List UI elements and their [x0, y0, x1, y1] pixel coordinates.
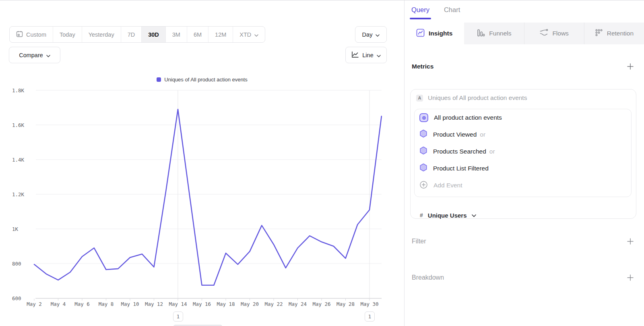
hexagon-icon	[419, 146, 427, 157]
svg-text:May 10: May 10	[121, 301, 139, 307]
svg-text:800: 800	[12, 261, 21, 267]
svg-text:May 14: May 14	[169, 301, 187, 307]
svg-text:May 2: May 2	[27, 301, 42, 307]
add-breakdown-button[interactable]	[626, 274, 634, 282]
metrics-section-header: Metrics	[412, 62, 634, 71]
report-type-tabs: Insights Funnels	[405, 23, 644, 44]
metric-card: A Uniques of All product action events A…	[410, 89, 636, 219]
insights-icon	[416, 29, 425, 39]
tab-query[interactable]: Query	[411, 6, 429, 19]
series-title: Uniques of All product action events	[428, 94, 527, 102]
plus-circle-icon	[419, 181, 428, 191]
tab-insights[interactable]: Insights	[405, 23, 464, 44]
insights-report-window: Custom Today Yesterday 7D 30D 3M 6M 12M …	[0, 0, 644, 326]
svg-text:May 20: May 20	[241, 301, 259, 307]
tab-label: Funnels	[489, 30, 511, 37]
svg-text:May 22: May 22	[264, 301, 283, 307]
svg-text:May 30: May 30	[360, 301, 378, 307]
svg-text:1.8K: 1.8K	[12, 87, 25, 93]
event-row-product-list-filtered[interactable]: Product List Filtered	[415, 160, 631, 177]
svg-text:1K: 1K	[12, 226, 19, 232]
filter-section-header: Filter	[412, 237, 634, 245]
hexagon-icon	[419, 163, 427, 174]
svg-text:May 26: May 26	[312, 301, 330, 307]
tab-funnels[interactable]: Funnels	[464, 23, 524, 44]
metrics-title: Metrics	[412, 63, 433, 70]
svg-text:1.4K: 1.4K	[12, 157, 25, 163]
add-metric-button[interactable]	[626, 62, 634, 71]
tab-chart[interactable]: Chart	[444, 6, 460, 19]
tab-retention[interactable]: Retention	[584, 23, 644, 44]
event-row-products-searched[interactable]: Products Searched or	[415, 143, 631, 160]
query-panel: Query Chart Insights	[405, 0, 644, 326]
filter-title: Filter	[412, 238, 426, 245]
event-row-all-product-action-events[interactable]: All product action events	[415, 109, 631, 126]
series-badge: A	[416, 95, 423, 102]
breakdown-section-header: Breakdown	[412, 274, 634, 282]
svg-text:May 8: May 8	[99, 301, 114, 307]
tab-flows[interactable]: Flows	[524, 23, 584, 44]
hash-icon: #	[420, 212, 423, 218]
chart-pane: Custom Today Yesterday 7D 30D 3M 6M 12M …	[0, 0, 404, 326]
svg-text:May 18: May 18	[217, 301, 235, 307]
svg-text:May 24: May 24	[289, 301, 307, 307]
event-row-product-viewed[interactable]: Product Viewed or	[415, 126, 631, 143]
all-events-icon	[419, 113, 428, 122]
panel-mode-tabs: Query Chart	[411, 6, 460, 19]
flows-icon	[539, 29, 548, 39]
svg-text:1.2K: 1.2K	[12, 191, 25, 197]
annotation-marker-1[interactable]: 1	[173, 311, 183, 322]
tab-label: Insights	[429, 30, 452, 37]
svg-text:1.6K: 1.6K	[12, 122, 25, 128]
retention-icon	[595, 29, 603, 38]
events-list: All product action events Product Viewed…	[414, 109, 632, 197]
tab-label: Retention	[607, 30, 634, 37]
series-header[interactable]: A Uniques of All product action events	[416, 94, 527, 102]
svg-text:May 28: May 28	[336, 301, 355, 307]
svg-text:May 4: May 4	[51, 301, 66, 307]
svg-text:600: 600	[12, 295, 21, 301]
tab-label: Flows	[552, 30, 568, 37]
chevron-down-icon	[472, 212, 476, 219]
svg-text:May 16: May 16	[193, 301, 211, 307]
hexagon-icon	[419, 129, 427, 140]
funnels-icon	[477, 29, 485, 39]
breakdown-title: Breakdown	[412, 274, 444, 281]
svg-text:May 12: May 12	[145, 301, 163, 307]
add-filter-button[interactable]	[626, 237, 634, 245]
annotation-marker-2[interactable]: 1	[365, 311, 375, 322]
add-event-button[interactable]: Add Event	[415, 177, 631, 194]
svg-text:May 6: May 6	[74, 301, 90, 307]
measurement-dropdown[interactable]: # Unique Users	[420, 212, 476, 219]
line-chart: 1.8K1.6K1.4K1.2K1K800600May 2May 4May 6M…	[0, 0, 404, 326]
